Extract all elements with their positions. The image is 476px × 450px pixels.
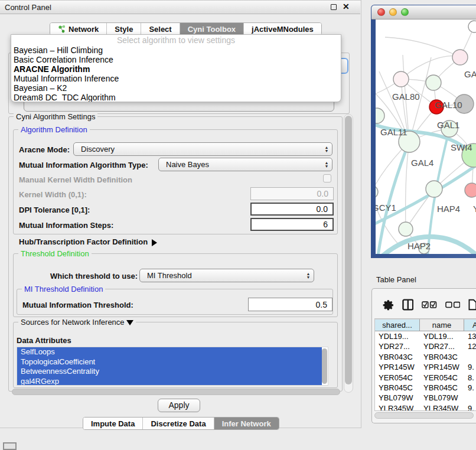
column-header-A[interactable]: A xyxy=(464,319,476,331)
document-icon[interactable] xyxy=(468,299,476,311)
aracne-mode-combobox[interactable]: Discovery ▲▼ xyxy=(73,142,332,156)
data-attributes-list[interactable]: SelfLoopsTopologicalCoefficientBetweenne… xyxy=(17,347,328,386)
table-row[interactable]: YBR043CYBR043C xyxy=(375,352,476,362)
table-cell: YBL079W xyxy=(420,393,464,403)
minimize-traffic-light[interactable] xyxy=(389,8,397,16)
table-toolbar xyxy=(372,294,476,316)
tab-label: Select xyxy=(149,25,171,34)
mi-steps-field[interactable]: 6 xyxy=(250,218,334,231)
tab-impute-data[interactable]: Impute Data xyxy=(83,418,143,429)
sources-group-title[interactable]: Sources for Network Inference xyxy=(18,318,136,327)
apply-button[interactable]: Apply xyxy=(158,399,200,412)
node-label-GAL1: GAL1 xyxy=(437,120,459,130)
algorithm-option-mutual-information-inference[interactable]: Mutual Information Inference xyxy=(11,74,341,83)
manual-kernel-checkbox[interactable] xyxy=(323,174,331,182)
table-cell: YPR145W xyxy=(420,362,464,372)
algorithm-option-bayesian-hill-climbing[interactable]: Bayesian – Hill Climbing xyxy=(11,45,341,55)
tab-style[interactable]: Style xyxy=(107,23,141,35)
table-cell: YLR345W xyxy=(375,403,420,411)
table-panel-title: Table Panel xyxy=(376,275,416,284)
mutual-info-threshold-field[interactable]: 0.5 xyxy=(248,298,332,311)
collapse-arrow-icon xyxy=(126,320,133,325)
aracne-mode-value: Discovery xyxy=(74,145,321,154)
node-label-GAL11: GAL11 xyxy=(380,127,407,137)
gear-icon[interactable] xyxy=(383,299,394,311)
tab-select[interactable]: Select xyxy=(141,23,180,35)
table-row[interactable]: YER054CYER054C8. xyxy=(375,373,476,383)
node-label-GAL10: GAL10 xyxy=(435,100,462,110)
tab-infer-network[interactable]: Infer Network xyxy=(214,418,279,429)
control-panel-titlebar[interactable]: Control Panel ✕ xyxy=(0,1,360,14)
attribute-item-betweennesscentrality[interactable]: BetweennessCentrality xyxy=(17,367,322,377)
table-row[interactable]: YLR345WYLR345W9. xyxy=(375,403,476,411)
table-cell: YDL19... xyxy=(375,331,420,341)
table-horizontal-scrollbar[interactable] xyxy=(374,412,474,419)
mi-algorithm-type-label: Mutual Information Algorithm Type: xyxy=(19,161,148,169)
table-row[interactable]: YDL19...YDL19...13 xyxy=(375,331,476,341)
list-scrollbar[interactable] xyxy=(322,348,327,384)
unchecked-boxes-icon[interactable] xyxy=(445,301,461,309)
settings-vertical-scrollbar-thumb[interactable] xyxy=(345,116,352,384)
manual-kernel-label: Manual Kernel Width Definition xyxy=(19,175,132,184)
checked-boxes-icon[interactable] xyxy=(422,301,437,309)
zoom-traffic-light[interactable] xyxy=(401,8,409,16)
network-edge xyxy=(406,142,409,229)
network-node-top-node[interactable] xyxy=(468,21,476,32)
table-header-row: shared...nameA xyxy=(375,319,476,331)
table-row[interactable]: YDR27...YDR27...12 xyxy=(375,341,476,351)
kernel-width-label: Kernel Width (0,1): xyxy=(19,190,87,199)
tab-jactivemnodules[interactable]: jActiveMNodules xyxy=(244,23,321,35)
network-node-GAL80[interactable] xyxy=(393,71,409,87)
tab-cyni-toolbox[interactable]: Cyni Toolbox xyxy=(180,23,244,35)
column-header-shared...[interactable]: shared... xyxy=(375,319,420,331)
settings-horizontal-scrollbar-thumb[interactable] xyxy=(12,389,340,395)
network-node-GAL10[interactable] xyxy=(426,75,441,90)
network-window-titlebar[interactable] xyxy=(371,5,476,19)
control-panel-title: Control Panel xyxy=(5,3,51,12)
algorithm-definition-title: Algorithm Definition xyxy=(18,125,90,134)
attribute-item-topologicalcoefficient[interactable]: TopologicalCoefficient xyxy=(17,357,322,367)
minimized-window-icon[interactable] xyxy=(3,442,17,450)
table-cell: YBR045C xyxy=(420,383,464,393)
mi-algorithm-type-value: Naive Bayes xyxy=(159,160,321,169)
network-node-GAL7[interactable] xyxy=(452,50,468,65)
tab-network[interactable]: Network xyxy=(50,23,107,35)
control-panel-window: Control Panel ✕ NetworkStyleSelectCyni T… xyxy=(0,0,361,428)
tab-label: Network xyxy=(69,25,99,34)
expand-arrow-icon xyxy=(152,239,157,246)
network-node-HAP2[interactable] xyxy=(399,222,413,236)
which-threshold-combobox[interactable]: MI Threshold ▲▼ xyxy=(139,269,314,282)
tab-discretize-data[interactable]: Discretize Data xyxy=(143,418,214,429)
hub-definition-toggle[interactable]: Hub/Transcription Factor Definition xyxy=(19,237,157,246)
algorithm-option-basic-correlation-inference[interactable]: Basic Correlation Inference xyxy=(11,55,341,64)
attribute-item-selfloops[interactable]: SelfLoops xyxy=(17,347,322,357)
column-header-name[interactable]: name xyxy=(420,319,464,331)
network-canvas[interactable]: GAL7GAL80GAL10GAL1GAL11GAL4SWI4GCY1HAP4Y… xyxy=(376,19,476,254)
network-node-HAP4[interactable] xyxy=(426,181,442,197)
algorithm-dropdown-popup: Select algorithm to view settings Bayesi… xyxy=(11,34,341,102)
network-node-GAL11[interactable] xyxy=(376,108,384,123)
close-icon[interactable]: ✕ xyxy=(343,2,350,11)
cyni-settings-group-title: Cyni Algorithm Settings xyxy=(14,112,97,121)
mutual-info-threshold-label: Mutual Information Threshold: xyxy=(22,301,133,309)
table-row[interactable]: YBL079WYBL079W xyxy=(375,393,476,403)
network-edge xyxy=(385,37,460,57)
table-row[interactable]: YBR045CYBR045C9. xyxy=(375,383,476,393)
table-cell: YBL079W xyxy=(375,393,420,403)
network-node-salmon-node[interactable] xyxy=(465,183,476,197)
columns-icon[interactable] xyxy=(402,299,414,311)
network-node-GCY1[interactable] xyxy=(376,185,378,198)
kernel-width-field[interactable]: 0.0 xyxy=(250,187,334,200)
close-traffic-light[interactable] xyxy=(377,8,385,16)
algorithm-option-dream8-dc-tdc-algorithm[interactable]: Dream8 DC_TDC Algorithm xyxy=(11,93,341,102)
node-table[interactable]: shared...nameA YDL19...YDL19...13YDR27..… xyxy=(374,318,476,411)
table-cell: 9. xyxy=(464,362,476,372)
mi-algorithm-type-combobox[interactable]: Naive Bayes ▲▼ xyxy=(158,158,332,171)
desktop: Control Panel ✕ NetworkStyleSelectCyni T… xyxy=(0,0,476,450)
maximize-icon[interactable] xyxy=(331,4,337,10)
algorithm-option-bayesian-k2[interactable]: Bayesian – K2 xyxy=(11,83,341,93)
attribute-item-gal4rgexp[interactable]: gal4RGexp xyxy=(17,377,322,386)
algorithm-option-aracne-algorithm[interactable]: ARACNE Algorithm xyxy=(11,64,341,74)
dpi-tolerance-field[interactable]: 0.0 xyxy=(250,203,334,216)
table-row[interactable]: YPR145WYPR145W9. xyxy=(375,362,476,372)
